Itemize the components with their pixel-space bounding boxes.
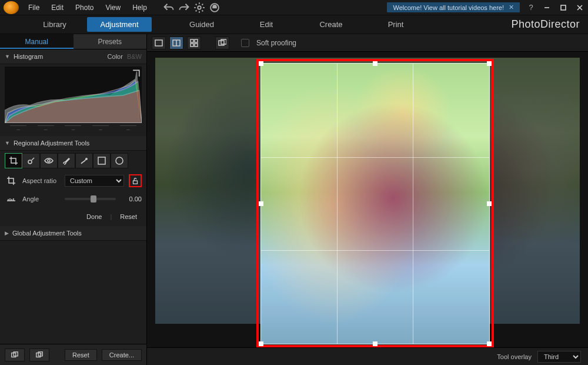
- crop-preview: [261, 64, 489, 344]
- tool-gradient-icon[interactable]: [75, 153, 93, 168]
- svg-point-7: [116, 157, 123, 164]
- svg-rect-8: [133, 181, 138, 184]
- svg-rect-15: [191, 39, 193, 42]
- svg-point-0: [198, 6, 201, 9]
- window-close[interactable]: [572, 2, 588, 13]
- svg-rect-2: [561, 5, 566, 10]
- main-area: Soft proofing Tool overlay Third: [147, 34, 588, 365]
- crop-handle-tl[interactable]: [259, 61, 263, 66]
- tool-overlay-label: Tool overlay: [497, 353, 532, 360]
- welcome-text: Welcome! View all tutorial videos here!: [393, 4, 504, 11]
- tool-spot-icon[interactable]: [22, 153, 40, 168]
- subtab-manual[interactable]: Manual: [0, 34, 74, 49]
- soft-proofing-label: Soft proofing: [256, 39, 296, 47]
- window-minimize[interactable]: [539, 2, 555, 13]
- svg-point-3: [28, 160, 32, 164]
- straighten-icon: [5, 194, 18, 204]
- left-panel: Manual Presets ▼ Histogram Color B&W –––…: [0, 34, 147, 365]
- app-logo: [4, 1, 19, 14]
- close-icon[interactable]: ✕: [509, 4, 514, 11]
- modebar: Library Adjustment Guided Edit Create Pr…: [0, 15, 588, 34]
- undo-icon[interactable]: [163, 2, 175, 14]
- crop-box[interactable]: [261, 64, 489, 344]
- gear-icon[interactable]: [193, 2, 205, 14]
- svg-rect-13: [155, 40, 162, 46]
- view-secondary-icon[interactable]: [215, 36, 229, 49]
- crop-handle-r[interactable]: [487, 201, 492, 206]
- tool-overlay-select[interactable]: Third: [537, 351, 581, 363]
- svg-rect-17: [191, 44, 193, 47]
- welcome-banner[interactable]: Welcome! View all tutorial videos here! …: [387, 2, 520, 12]
- left-create-button[interactable]: Create...: [102, 349, 142, 361]
- regional-title: Regional Adjustment Tools: [14, 140, 89, 147]
- crop-handle-b[interactable]: [373, 341, 377, 346]
- svg-point-4: [48, 160, 50, 162]
- reset-button[interactable]: Reset: [118, 212, 139, 221]
- left-bottom-bar: Reset Create...: [0, 344, 146, 365]
- redo-icon[interactable]: [178, 2, 190, 14]
- soft-proofing-checkbox[interactable]: [241, 39, 249, 47]
- menu-view[interactable]: View: [99, 4, 126, 12]
- tool-rect-mask-icon[interactable]: [93, 153, 111, 168]
- menu-edit[interactable]: Edit: [45, 4, 69, 12]
- view-single-icon[interactable]: [152, 36, 166, 49]
- aspect-ratio-label: Aspect ratio: [22, 177, 60, 184]
- view-beforeafter-icon[interactable]: [169, 36, 183, 49]
- chevron-down-icon: ▼: [5, 140, 10, 146]
- chevron-right-icon: ▶: [5, 230, 9, 236]
- copy-settings-icon[interactable]: [5, 349, 25, 361]
- crop-handle-br[interactable]: [487, 341, 492, 346]
- menubar: File Edit Photo View Help Welcome! View …: [0, 0, 588, 15]
- mode-adjustment[interactable]: Adjustment: [87, 17, 152, 32]
- subtab-presets[interactable]: Presets: [74, 34, 147, 49]
- chevron-down-icon: ▼: [5, 54, 10, 59]
- svg-rect-18: [195, 44, 198, 47]
- histogram-title: Histogram: [14, 53, 43, 60]
- angle-row: Angle 0.00: [0, 191, 146, 207]
- done-reset-row: Done | Reset: [0, 207, 146, 226]
- paste-settings-icon[interactable]: [29, 349, 49, 361]
- bell-icon[interactable]: [209, 2, 220, 14]
- regional-header[interactable]: ▼ Regional Adjustment Tools: [0, 136, 146, 151]
- menu-photo[interactable]: Photo: [69, 4, 99, 12]
- crop-handle-l[interactable]: [259, 201, 263, 206]
- view-toolstrip: Soft proofing: [147, 34, 588, 52]
- histogram-bw[interactable]: B&W: [127, 53, 142, 60]
- mode-library[interactable]: Library: [22, 17, 87, 32]
- angle-value: 0.00: [121, 195, 142, 203]
- menu-file[interactable]: File: [22, 4, 45, 12]
- histogram-color[interactable]: Color: [108, 53, 123, 60]
- angle-slider[interactable]: [65, 198, 116, 200]
- unlock-icon[interactable]: [131, 177, 139, 185]
- mode-print[interactable]: Print: [363, 17, 428, 32]
- tool-radial-mask-icon[interactable]: [111, 153, 128, 168]
- photo-canvas: [155, 58, 580, 324]
- mode-guided[interactable]: Guided: [169, 17, 234, 32]
- window-maximize[interactable]: [555, 2, 572, 13]
- viewport[interactable]: [147, 52, 588, 347]
- crop-handle-t[interactable]: [373, 61, 377, 66]
- mode-create[interactable]: Create: [299, 17, 363, 32]
- tool-crop-icon[interactable]: [5, 153, 22, 168]
- aspect-lock-highlight: [129, 174, 142, 187]
- angle-label: Angle: [22, 195, 60, 203]
- regional-tool-row: [0, 151, 146, 171]
- crop-handle-tr[interactable]: [487, 61, 492, 66]
- left-reset-button[interactable]: Reset: [65, 349, 97, 361]
- status-bar: Tool overlay Third: [147, 347, 588, 365]
- histogram: [5, 67, 142, 123]
- menu-help[interactable]: Help: [126, 4, 153, 12]
- help-icon[interactable]: ?: [525, 2, 537, 14]
- global-header[interactable]: ▶ Global Adjustment Tools: [0, 226, 146, 241]
- done-button[interactable]: Done: [84, 212, 104, 221]
- aspect-ratio-select[interactable]: Custom: [65, 175, 124, 187]
- svg-rect-6: [98, 157, 105, 164]
- svg-rect-16: [195, 39, 198, 42]
- tool-brush-icon[interactable]: [58, 153, 75, 168]
- mode-edit[interactable]: Edit: [234, 17, 299, 32]
- view-grid-icon[interactable]: [187, 36, 201, 49]
- histogram-header[interactable]: ▼ Histogram Color B&W: [0, 49, 146, 64]
- global-title: Global Adjustment Tools: [12, 230, 82, 237]
- crop-handle-bl[interactable]: [259, 341, 263, 346]
- tool-redeye-icon[interactable]: [40, 153, 58, 168]
